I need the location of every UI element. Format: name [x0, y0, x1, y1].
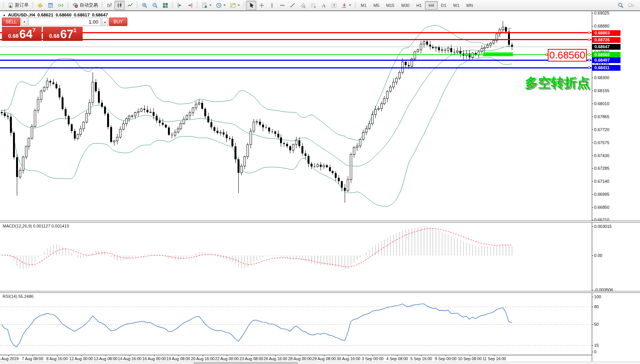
toolbar: 新订单自动交易EFATM1M5M15M30H1H4D1W1MN: [0, 0, 640, 11]
auto-trading-button[interactable]: 自动交易: [70, 1, 100, 10]
timeframe-mn-button[interactable]: MN: [463, 1, 476, 10]
svg-text:A: A: [322, 3, 326, 8]
tile-windows-button[interactable]: [160, 1, 170, 10]
date-axis-label: 16 Aug 00:00: [142, 356, 166, 361]
vertical-line-button[interactable]: [267, 1, 277, 10]
ohlc-low: 0.68617: [74, 13, 90, 17]
price-axis-label: 0.68880: [594, 24, 609, 28]
fibo-icon: F: [310, 2, 316, 8]
timeframe-w1-button[interactable]: W1: [450, 1, 463, 10]
price-axis-line: [592, 11, 592, 361]
chart-shift-button[interactable]: [185, 1, 195, 10]
volume-up-button[interactable]: ▴: [102, 18, 108, 26]
periods-button[interactable]: [213, 1, 228, 10]
auto-scroll-button[interactable]: [174, 1, 185, 10]
chart-shift-icon: [187, 2, 193, 8]
toolbar-button-label: 新订单: [15, 2, 29, 8]
toolbar-grip: [197, 2, 198, 9]
zoom-out-button[interactable]: [150, 1, 160, 10]
macd-pane-canvas[interactable]: [0, 223, 592, 291]
timeframe-h1-button[interactable]: H1: [413, 1, 425, 10]
level-price-tag: 0.68411: [592, 65, 620, 71]
horizontal-line-button[interactable]: [277, 1, 287, 10]
zoom-out-icon: [151, 2, 158, 8]
rsi-indicator-label: RSI(14) 55.2486: [3, 294, 34, 299]
price-axis-label: 0.68155: [594, 88, 609, 93]
scrollbar-thumb[interactable]: [194, 362, 298, 364]
toolbar-grip: [32, 2, 33, 9]
buy-button[interactable]: BUY: [109, 18, 127, 26]
crosshair-button[interactable]: [256, 1, 267, 10]
templates-button[interactable]: [228, 1, 242, 10]
horizontal-level-line: [0, 60, 591, 61]
sell-button[interactable]: SELL: [2, 18, 20, 26]
timeframe-d1-button[interactable]: D1: [438, 1, 450, 10]
macd-axis-label: 0.003015: [594, 224, 612, 229]
bar-chart-button[interactable]: [104, 1, 114, 10]
ohlc-open: 0.68621: [37, 13, 54, 17]
arrow-tool-icon: [341, 2, 347, 8]
date-axis-label: 29 Aug 08:00: [312, 356, 336, 361]
date-axis-label: 30 Aug 16:00: [337, 356, 360, 361]
price-axis-label: 0.67430: [594, 153, 609, 158]
signals-button[interactable]: [55, 1, 66, 10]
line-anchor-handle: [588, 32, 590, 34]
price-axis-label: 0.66995: [594, 192, 609, 197]
current-price-line: [0, 47, 591, 47]
search-icon[interactable]: [617, 2, 624, 8]
text-button[interactable]: A: [318, 1, 329, 10]
date-axis[interactable]: 6 Aug 20197 Aug 08:008 Aug 16:0012 Aug 0…: [0, 355, 592, 361]
main-chart-canvas[interactable]: [0, 11, 592, 221]
quotes-button[interactable]: [35, 1, 45, 10]
new-order-icon: [7, 2, 14, 8]
pane-splitter[interactable]: [0, 221, 640, 223]
sell-price-big: 64: [19, 29, 32, 40]
template-icon: [230, 2, 236, 8]
rsi-pane-canvas[interactable]: [0, 293, 592, 355]
new-order-button[interactable]: 新订单: [5, 1, 31, 10]
indicators-button[interactable]: [199, 1, 213, 10]
svg-text:F: F: [314, 5, 316, 8]
date-axis-label: 10 Sep 08:00: [458, 356, 482, 361]
timeframe-m30-button[interactable]: M30: [398, 1, 413, 10]
text-t-icon: T: [331, 2, 337, 8]
macd-axis-label: 0.00: [594, 253, 602, 258]
fibonacci-button[interactable]: F: [308, 1, 318, 10]
market-watch-button[interactable]: [45, 1, 55, 10]
timeframe-m1-button[interactable]: M1: [357, 1, 370, 10]
buy-price-button[interactable]: 0.68 67 1: [43, 27, 83, 41]
dropdown-caret-icon: [238, 5, 240, 7]
arrows-button[interactable]: [339, 1, 353, 10]
zoom-in-button[interactable]: [139, 1, 150, 10]
volume-input[interactable]: [28, 18, 101, 26]
dropdown-caret-icon: [223, 5, 226, 7]
line-chart-button[interactable]: [125, 1, 135, 10]
cursor-button[interactable]: [246, 1, 256, 10]
rsi-axis-label: 80: [594, 304, 599, 309]
symbol-period-label: AUDUSD-,H4: [8, 13, 35, 17]
line-chart-icon: [127, 2, 133, 8]
collapse-arrow-icon[interactable]: ▲: [3, 13, 6, 17]
chart-window-icon: [47, 2, 54, 8]
candlestick-chart-button[interactable]: [114, 1, 125, 10]
text-label-button[interactable]: T: [329, 1, 339, 10]
equidistant-channel-button[interactable]: E: [298, 1, 308, 10]
candles-icon: [116, 2, 123, 8]
trendline-button[interactable]: [287, 1, 298, 10]
toolbar-button-label: 自动交易: [80, 2, 98, 8]
date-axis-label: 13 Aug 08:00: [94, 356, 117, 361]
horizontal-scrollbar[interactable]: [0, 361, 640, 364]
sell-price-button[interactable]: 0.68 64 7: [2, 27, 42, 41]
pane-splitter[interactable]: [0, 291, 640, 293]
horizontal-level-line: [0, 32, 591, 33]
line-anchor-handle: [588, 39, 590, 41]
timeframe-h4-button[interactable]: H4: [425, 1, 437, 10]
volume-down-button[interactable]: ▾: [21, 18, 28, 26]
timeframe-m5-button[interactable]: M5: [370, 1, 383, 10]
chat-icon[interactable]: [628, 2, 634, 8]
timeframe-m15-button[interactable]: M15: [383, 1, 398, 10]
chart-window-border: [0, 11, 640, 11]
macd-indicator-label: MACD(12,26,9) 0.001127 0.001419: [3, 224, 69, 228]
chart-annotation-text: 多空转折点: [525, 74, 590, 92]
cursor-icon: [248, 2, 254, 8]
